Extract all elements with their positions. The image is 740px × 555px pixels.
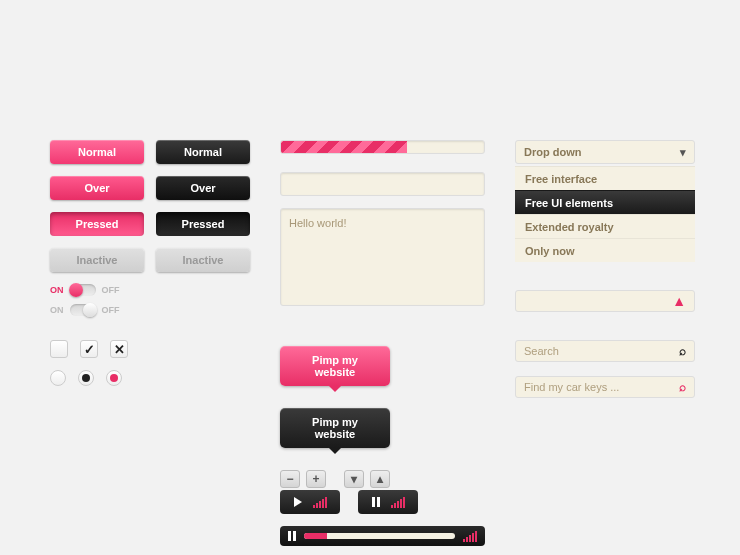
toggle-off-label-2: OFF xyxy=(102,305,120,315)
menu-item-0[interactable]: Free interface xyxy=(515,166,695,190)
search-input-1[interactable]: Search ⌕ xyxy=(515,340,695,362)
menu-item-3[interactable]: Only now xyxy=(515,238,695,262)
checkbox-empty[interactable] xyxy=(50,340,68,358)
search-icon: ⌕ xyxy=(679,344,686,358)
audio-player[interactable] xyxy=(280,526,485,546)
toggle-on-label: ON xyxy=(50,285,64,295)
progress-fill xyxy=(281,141,407,153)
alert-field[interactable]: ▲ xyxy=(515,290,695,312)
menu-item-1[interactable]: Free UI elements xyxy=(515,190,695,214)
search-placeholder-2: Find my car keys ... xyxy=(524,381,619,393)
text-input[interactable] xyxy=(280,172,485,196)
textarea[interactable]: Hello world! xyxy=(280,208,485,306)
pink-over-button[interactable]: Over xyxy=(50,176,144,200)
warning-icon: ▲ xyxy=(672,293,686,309)
radio-black[interactable] xyxy=(78,370,94,386)
tooltip-pink: Pimp my website xyxy=(280,346,390,386)
dark-inactive-button: Inactive xyxy=(156,248,250,272)
dark-pressed-button[interactable]: Pressed xyxy=(156,212,250,236)
tooltip-dark: Pimp my website xyxy=(280,408,390,448)
dropdown[interactable]: Drop down ▾ xyxy=(515,140,695,164)
middle-column: Hello world! Pimp my website Pimp my web… xyxy=(280,140,485,488)
search-placeholder-1: Search xyxy=(524,345,559,357)
right-column: Drop down ▾ Free interface Free UI eleme… xyxy=(515,140,695,488)
pink-normal-button[interactable]: Normal xyxy=(50,140,144,164)
progress-bar xyxy=(280,140,485,154)
toggle-on-label-2: ON xyxy=(50,305,64,315)
signal-icon-2 xyxy=(391,497,405,508)
search-input-2[interactable]: Find my car keys ... ⌕ xyxy=(515,376,695,398)
radio-pink[interactable] xyxy=(106,370,122,386)
chevron-down-icon: ▾ xyxy=(680,146,686,159)
pink-pressed-button[interactable]: Pressed xyxy=(50,212,144,236)
player-track[interactable] xyxy=(304,533,455,539)
signal-icon xyxy=(313,497,327,508)
checkbox-checked[interactable]: ✓ xyxy=(80,340,98,358)
play-button[interactable] xyxy=(280,490,340,514)
pause-button[interactable] xyxy=(358,490,418,514)
dropdown-label: Drop down xyxy=(524,146,581,158)
toggle-on[interactable] xyxy=(70,284,96,296)
toggle-off-label: OFF xyxy=(102,285,120,295)
pause-icon xyxy=(372,497,380,507)
toggle-off[interactable] xyxy=(70,304,96,316)
menu-item-2[interactable]: Extended royalty xyxy=(515,214,695,238)
dark-over-button[interactable]: Over xyxy=(156,176,250,200)
pink-inactive-button: Inactive xyxy=(50,248,144,272)
signal-icon-3 xyxy=(463,531,477,542)
checkbox-cross[interactable]: ✕ xyxy=(110,340,128,358)
dark-normal-button[interactable]: Normal xyxy=(156,140,250,164)
button-column: Normal Normal Over Over Pressed Pressed … xyxy=(50,140,250,488)
radio-empty[interactable] xyxy=(50,370,66,386)
play-icon xyxy=(294,497,302,507)
player-progress xyxy=(304,533,327,539)
pause-icon-player xyxy=(288,531,296,541)
search-icon-pink: ⌕ xyxy=(679,380,686,394)
